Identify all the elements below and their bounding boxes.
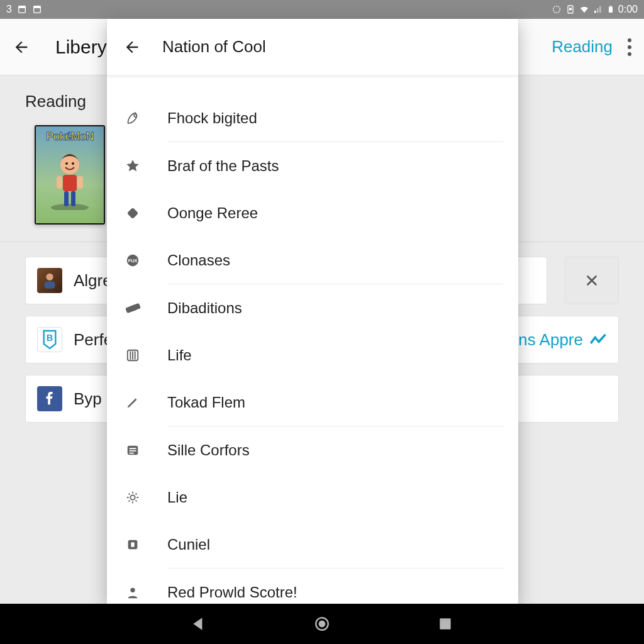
status-time: 0:00 [618,4,638,15]
menu-item[interactable]: Life [107,331,518,379]
trend-link[interactable]: ns Appre [518,330,607,350]
menu-item[interactable]: FUX Clonases [107,236,518,284]
nav-recent-icon[interactable] [437,616,453,632]
search-dropdown-panel: Nation of Cool Fhock bigited Braf of the… [107,19,518,604]
svg-rect-33 [131,542,135,547]
sim-icon [565,4,575,14]
badge-icon: FUX [123,251,142,270]
list-icon [123,441,142,460]
diamond-icon [123,204,142,223]
menu-item[interactable]: Cuniel [107,521,518,568]
panel-title: Nation of Cool [162,37,266,57]
svg-rect-19 [45,281,55,288]
battery-icon [607,4,614,15]
nav-home-icon[interactable] [314,616,330,632]
rocket-icon [123,109,142,128]
menu-item-label: Cuniel [167,536,210,553]
avatar [37,268,62,293]
svg-rect-3 [34,6,41,8]
menu-item-label: Oonge Reree [167,204,258,222]
svg-rect-1 [19,6,26,8]
status-right: 0:00 [552,4,638,15]
columns-icon [123,346,142,365]
status-left-text: 3 [6,4,12,15]
book-cover-art [44,147,96,210]
svg-point-18 [46,274,53,280]
panel-back-icon[interactable] [123,38,141,56]
android-status-bar: 3 0:00 [0,0,644,19]
svg-rect-10 [63,175,77,191]
svg-rect-7 [609,7,613,13]
menu-item[interactable]: Oonge Reree [107,189,518,236]
svg-point-9 [51,204,89,210]
svg-point-11 [60,155,79,174]
svg-rect-13 [71,191,75,206]
menu-item-label: Sille Corfors [167,441,250,459]
svg-point-34 [130,587,135,592]
svg-point-22 [319,621,326,628]
svg-point-17 [72,162,74,165]
menu-item-label: Clonases [167,252,230,269]
menu-item[interactable]: Lie [107,474,518,521]
square-icon [123,535,142,554]
svg-rect-24 [127,207,138,218]
svg-point-31 [130,495,135,499]
page-title: Libery [55,36,107,58]
menu-item-label: Braf of the Pasts [167,157,279,175]
overflow-menu-icon[interactable] [628,38,631,56]
menu-item[interactable]: Red Prowld Scotre! [107,569,518,604]
menu-item[interactable]: Fhock bigited [107,94,518,142]
star-icon [123,157,142,175]
gear-icon [123,488,142,507]
facebook-icon [37,386,62,411]
back-icon[interactable] [13,38,30,56]
signal-icon [593,4,603,14]
svg-rect-15 [77,176,83,189]
menu-item[interactable]: Sille Corfors [107,426,518,474]
menu-item-label: Red Prowld Scotre! [167,584,297,601]
wifi-icon [579,4,589,14]
panel-list[interactable]: Fhock bigited Braf of the Pasts Oonge Re… [107,75,518,604]
menu-item[interactable]: Tokad Flem [107,379,518,426]
window-icon [32,4,42,14]
svg-rect-14 [57,176,62,189]
menu-item[interactable]: Dibaditions [107,284,518,331]
svg-text:B: B [47,333,53,343]
person-icon [123,583,142,602]
window-icon [17,4,27,14]
badge-icon: B [37,327,62,352]
svg-text:FUX: FUX [128,257,138,263]
svg-rect-28 [129,303,141,311]
menu-item-label: Tokad Flem [167,394,245,411]
android-nav-bar [0,604,644,644]
status-left: 3 [6,4,42,15]
menu-item-label: Lie [167,489,187,506]
trend-icon [589,334,607,345]
menu-item-label: Life [167,347,192,364]
menu-item-label: Fhock bigited [167,109,257,127]
reading-link[interactable]: Reading [552,37,613,57]
book-cover[interactable]: PokéMoN [35,125,105,225]
sync-icon [552,4,562,14]
menu-item-label: Dibaditions [167,299,242,317]
svg-rect-23 [440,618,450,629]
svg-rect-8 [609,6,611,8]
tickets-icon [123,299,142,318]
nav-back-icon[interactable] [191,616,207,632]
book-cover-logo: PokéMoN [46,130,93,143]
svg-rect-6 [569,8,572,10]
panel-header: Nation of Cool [107,19,518,75]
pencil-icon [123,393,142,412]
device-frame: 3 0:00 Libery Reading Reading PokéMoN [0,0,644,644]
svg-rect-12 [64,191,69,206]
svg-point-16 [65,162,68,165]
menu-item[interactable]: Braf of the Pasts [107,142,518,189]
svg-point-4 [553,6,560,13]
